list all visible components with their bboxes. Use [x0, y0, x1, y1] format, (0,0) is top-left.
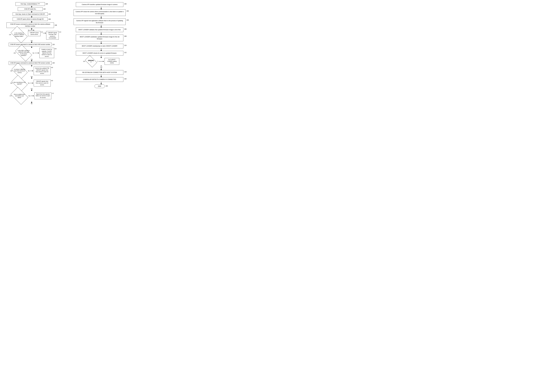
no-branch-150: No Camera has updated F/W CAM API signal… — [28, 67, 53, 75]
node-200-row: Camera API transfers updated firmware im… — [66, 2, 137, 7]
node-212: BOOT LOADER checks for errors in updated… — [76, 51, 123, 55]
no-label-170b: No — [31, 103, 32, 104]
arrow-down-110 — [31, 41, 32, 43]
diamond-150-text: Is version # different than that stored … — [13, 68, 26, 73]
ref-172: 172 — [52, 92, 54, 94]
ref-208: 208 — [124, 35, 126, 37]
svg-marker-9 — [32, 83, 33, 84]
arrow-206-208 — [101, 32, 101, 35]
node-200: Camera API transfers updated firmware im… — [76, 2, 123, 7]
node-204: Camera API signals host application soft… — [74, 18, 126, 25]
ref-206: 206 — [124, 27, 126, 30]
n-label-214: N — [101, 65, 102, 66]
svg-marker-11 — [33, 95, 34, 96]
arrow-204-206 — [101, 25, 101, 27]
ref-170: 170 — [9, 95, 12, 97]
yes-label-110: Yes — [31, 40, 33, 41]
arrow-to-152 — [30, 70, 33, 72]
arrow-120-130 — [31, 46, 32, 48]
ref-102: 102 — [43, 8, 46, 10]
arrow-202-204 — [101, 16, 101, 18]
ref-108: 108 — [54, 24, 57, 26]
node-214-section: 214 ERRORS? Y Go To BOOT LOADER waiting … — [73, 58, 130, 70]
diamond-110-wrap: 110 Is the interface # stored in CAM API… — [9, 30, 26, 39]
arrow-108-110 — [31, 28, 32, 30]
no-label-130: No — [32, 52, 34, 54]
ref-132: 132 — [54, 48, 56, 49]
node-130-section: 130 Is the H/W # stored in CAM API H/W t… — [2, 48, 61, 61]
node-goto: Go To BOOT LOADER waiting STATE — [105, 58, 119, 65]
diamond-150: Is version # different than that stored … — [12, 63, 28, 79]
svg-marker-7 — [32, 70, 33, 71]
node-110-section: 110 Is the interface # stored in CAM API… — [2, 30, 61, 43]
node-132: Unable to check for upgrade, ComAPI sign… — [39, 48, 54, 58]
y-branch-214: Y Go To BOOT LOADER waiting STATE — [97, 58, 119, 65]
node-120-row: CAM API issues command to camera to fetc… — [2, 43, 61, 46]
ref-216: 216 — [100, 66, 102, 68]
diamond-130-wrap: 130 Is the H/W # stored in CAM API H/W t… — [14, 48, 31, 58]
node-220: CAMERA API DETECTS CAMERA IS CONNECTED — [76, 77, 123, 82]
left-flowchart: Host App. creates/initializes ??? 100 CA… — [2, 2, 61, 104]
node-100-row: Host App. creates/initializes ??? 100 — [2, 2, 61, 6]
node-210: BOOT LOADER resets/jumps to start of BOO… — [76, 44, 123, 48]
ref-end: 222 — [106, 84, 108, 87]
diamond-130: Is the H/W # stored in CAM API H/W table… — [15, 45, 32, 61]
node-140: CAM API issues command to camera to fetc… — [9, 61, 52, 65]
ref-104: 104 — [48, 13, 51, 15]
node-108-row: CAM API issues command to camera to fetc… — [2, 23, 61, 28]
node-106-row: CAM API opens driver to camera through D… — [2, 17, 61, 21]
ref-210: 210 — [124, 44, 126, 46]
right-flow: Camera API transfers updated firmware im… — [66, 2, 137, 88]
ref-114: 114 — [59, 31, 61, 33]
node-114: CAM API signals host App. that camera is… — [46, 31, 59, 40]
arrow-to-112 — [30, 30, 35, 31]
node-206-row: BOOT LOADER validates that updated firmw… — [66, 27, 137, 32]
node-218: RE-ESTABLISH CONNECTION WITH HOST SYSTEM — [76, 70, 123, 75]
node-152: Camera has updated F/W CAM API signals H… — [34, 67, 51, 75]
node-120: CAM API issues command to camera to fetc… — [9, 43, 52, 46]
node-208-row: BOOT LOADER substitutes updated firmware… — [66, 35, 137, 41]
yes-label-130: Yes — [31, 59, 33, 60]
diamond-110: Is the interface # stored in CAM API int… — [11, 26, 27, 43]
ref-112: 112 — [41, 31, 43, 33]
boxes-112-114: CAM API closes camera driver 112 CAM API… — [28, 31, 61, 40]
node-150-row: 150 Is version # different than that sto… — [2, 66, 61, 75]
ref-220: 220 — [124, 77, 126, 80]
diamond-214-text: ERRORS? — [88, 60, 94, 63]
arrow-200-202 — [101, 7, 101, 9]
arrow-to-goto — [99, 61, 104, 62]
node-108: CAM API issues command to camera to fetc… — [7, 23, 54, 28]
node-202-text: Camera API closes the camera driver (com… — [76, 11, 124, 15]
arrow-down-130 — [31, 60, 32, 61]
arrow-down-214 — [101, 68, 101, 70]
ref-202: 202 — [126, 9, 129, 12]
diamond-160-wrap: 160 Has manufacture ok'd upgrade? — [10, 78, 26, 88]
ref-212: 212 — [124, 51, 126, 53]
node-102: CAM API loads DLL — [18, 7, 43, 11]
ref-120: 120 — [52, 44, 54, 45]
svg-marker-5 — [38, 53, 39, 54]
ref-214: 214 — [83, 61, 85, 62]
n-214-arrow: N 216 — [100, 65, 102, 70]
no-label-112: No — [28, 30, 30, 31]
arrow-to-172 — [31, 95, 34, 97]
arrow-to-162 — [30, 82, 33, 84]
node-end-row: END 222 — [66, 84, 137, 88]
no-branch-160: No CAM API signals Host that camera is o… — [28, 80, 53, 86]
arrow-210-212 — [101, 48, 101, 51]
node-202: Camera API closes the camera driver (com… — [74, 9, 126, 16]
diamond-214: ERRORS? — [85, 55, 97, 67]
diamond-130-text: Is the H/W # stored in CAM API H/W table… — [17, 50, 30, 56]
node-140-row: CAM API issues command to camera to fetc… — [2, 61, 61, 65]
node-130-row: 130 Is the H/W # stored in CAM API H/W t… — [2, 48, 61, 58]
arrow-104-106 — [31, 16, 32, 17]
ref-130: 130 — [14, 52, 15, 54]
arrow-down-160 — [31, 89, 32, 91]
ref-204: 204 — [126, 18, 129, 21]
ref-106: 106 — [48, 18, 51, 20]
arrow-down-170 — [31, 101, 32, 103]
node-end: END — [94, 84, 105, 88]
yes-label-150: Yes — [31, 76, 33, 77]
node-112: CAM API closes camera driver — [28, 31, 40, 36]
node-218-row: RE-ESTABLISH CONNECTION WITH HOST SYSTEM… — [66, 70, 137, 75]
